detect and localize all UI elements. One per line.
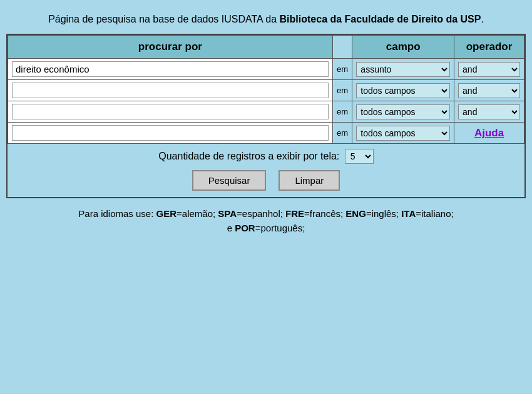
header-campo: campo bbox=[352, 36, 454, 59]
em-label-2: em bbox=[332, 80, 352, 101]
table-row: emassuntotodos campostítuloautorpalavra-… bbox=[8, 123, 524, 144]
quantity-label: Quantidade de registros a exibir por tel… bbox=[158, 151, 339, 161]
search-button[interactable]: Pesquisar bbox=[192, 170, 267, 191]
header-procurar-por: procurar por bbox=[8, 36, 333, 59]
operador-select-2[interactable]: andornot bbox=[458, 83, 520, 98]
operador-select-1[interactable]: andornot bbox=[458, 62, 520, 77]
operador-select-3[interactable]: andornot bbox=[458, 104, 520, 119]
em-label-1: em bbox=[332, 59, 352, 80]
quantity-row: Quantidade de registros a exibir por tel… bbox=[8, 149, 524, 164]
campo-select-4[interactable]: assuntotodos campostítuloautorpalavra-ch… bbox=[356, 126, 450, 141]
search-input-4[interactable] bbox=[12, 125, 329, 141]
em-label-4: em bbox=[332, 123, 352, 144]
search-input-3[interactable] bbox=[12, 104, 329, 119]
campo-select-1[interactable]: assuntotodos campostítuloautorpalavra-ch… bbox=[356, 62, 450, 77]
campo-select-2[interactable]: assuntotodos campostítuloautorpalavra-ch… bbox=[356, 83, 450, 98]
table-row: emassuntotodos campostítuloautorpalavra-… bbox=[8, 59, 524, 80]
table-row: emassuntotodos campostítuloautorpalavra-… bbox=[8, 80, 524, 101]
ajuda-link[interactable]: Ajuda bbox=[458, 127, 520, 139]
em-label-3: em bbox=[332, 101, 352, 123]
clear-button[interactable]: Limpar bbox=[279, 170, 340, 191]
search-input-1[interactable] bbox=[12, 61, 329, 77]
language-note: Para idiomas use: GER=alemão; SPA=espanh… bbox=[6, 207, 526, 235]
quantity-select[interactable]: 510152025 bbox=[345, 149, 374, 164]
search-input-2[interactable] bbox=[12, 83, 329, 98]
page-title: Página de pesquisa na base de dados IUSD… bbox=[6, 13, 526, 26]
table-row: emassuntotodos campostítuloautorpalavra-… bbox=[8, 101, 524, 123]
campo-select-3[interactable]: assuntotodos campostítuloautorpalavra-ch… bbox=[356, 104, 450, 119]
header-operador: operador bbox=[454, 36, 524, 59]
header-em bbox=[332, 36, 352, 59]
